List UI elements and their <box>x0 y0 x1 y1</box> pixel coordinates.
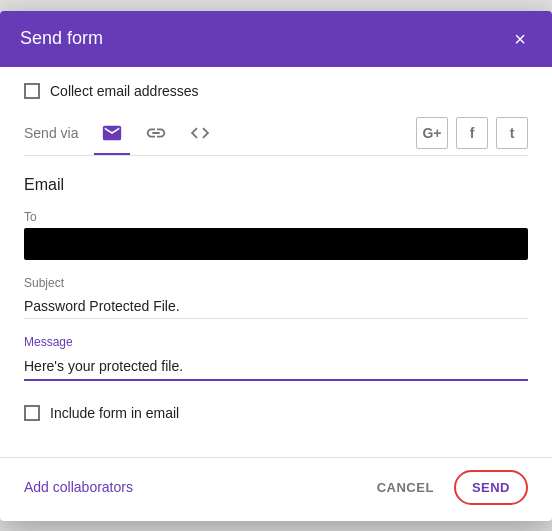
send-form-dialog: Send form × Collect email addresses Send… <box>0 11 552 521</box>
send-via-row: Send via G+ f t <box>24 115 528 156</box>
collect-email-row: Collect email addresses <box>24 83 528 99</box>
include-form-row: Include form in email <box>24 397 528 421</box>
to-input-masked[interactable] <box>24 228 528 260</box>
message-input[interactable] <box>24 353 528 381</box>
twitter-button[interactable]: t <box>496 117 528 149</box>
message-label: Message <box>24 335 528 349</box>
email-section-title: Email <box>24 176 528 194</box>
send-via-label: Send via <box>24 125 78 141</box>
send-via-email-button[interactable] <box>94 115 130 151</box>
to-label: To <box>24 210 528 224</box>
send-button[interactable]: SEND <box>454 470 528 505</box>
subject-label: Subject <box>24 276 528 290</box>
send-via-embed-button[interactable] <box>182 115 218 151</box>
cancel-button[interactable]: CANCEL <box>365 472 446 503</box>
footer-buttons: CANCEL SEND <box>365 470 528 505</box>
dialog-body: Collect email addresses Send via G+ f t <box>0 67 552 457</box>
subject-field-group: Subject <box>24 276 528 319</box>
dialog-title: Send form <box>20 28 103 49</box>
close-button[interactable]: × <box>508 27 532 51</box>
to-field-group: To <box>24 210 528 260</box>
send-via-icons <box>94 115 416 151</box>
message-field-group: Message <box>24 335 528 381</box>
facebook-button[interactable]: f <box>456 117 488 149</box>
collect-email-checkbox[interactable] <box>24 83 40 99</box>
dialog-header: Send form × <box>0 11 552 67</box>
include-form-label: Include form in email <box>50 405 179 421</box>
social-icons: G+ f t <box>416 117 528 149</box>
google-plus-button[interactable]: G+ <box>416 117 448 149</box>
send-via-link-button[interactable] <box>138 115 174 151</box>
collect-email-label: Collect email addresses <box>50 83 199 99</box>
dialog-footer: Add collaborators CANCEL SEND <box>0 457 552 521</box>
add-collaborators-link[interactable]: Add collaborators <box>24 479 133 495</box>
subject-input[interactable] <box>24 294 528 319</box>
include-form-checkbox[interactable] <box>24 405 40 421</box>
